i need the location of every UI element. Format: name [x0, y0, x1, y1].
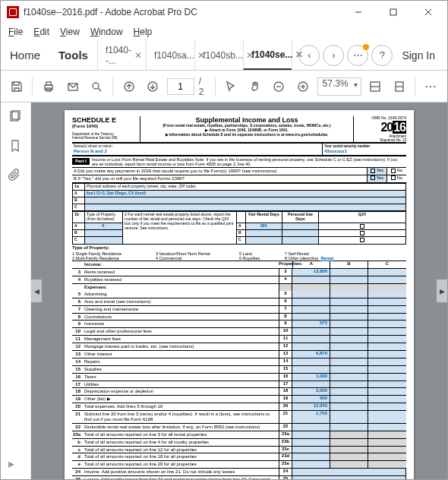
question-a: A Did you make any payments in 2016 that… — [72, 168, 367, 175]
pdf-page: SCHEDULE E (Form 1040) Department of the… — [65, 110, 414, 479]
signin-button[interactable]: Sign In — [396, 49, 441, 62]
zoom-select[interactable]: 57.3% — [317, 77, 361, 96]
doc-tab-0[interactable]: f1040--...✕ — [97, 40, 146, 70]
expand-rail-icon[interactable]: ▸ — [8, 456, 24, 472]
close-icon[interactable]: ✕ — [295, 49, 303, 60]
field-9a[interactable]: 575 — [292, 321, 330, 327]
menu-view[interactable]: View — [55, 25, 84, 39]
save-icon[interactable] — [7, 77, 26, 96]
fit-page-icon[interactable] — [390, 77, 409, 96]
bookmarks-icon[interactable] — [8, 139, 24, 154]
field-proptype-b[interactable] — [85, 230, 123, 237]
menu-help[interactable]: Help — [129, 25, 157, 39]
field-ssn[interactable]: 43xxxxxx1 — [324, 149, 405, 154]
page-up-icon[interactable] — [119, 77, 138, 96]
field-name[interactable]: Person N and J — [74, 149, 320, 154]
field-addr-c[interactable] — [85, 204, 406, 210]
svg-line-9 — [98, 88, 101, 91]
doc-tab-label: f1040--... — [106, 45, 131, 66]
field-proptype-c[interactable] — [85, 237, 123, 244]
doc-tab-label: f1040sb... — [203, 50, 243, 61]
page-down-icon[interactable] — [143, 77, 162, 96]
tabbar: Home Tools f1040--...✕ f1040sa...✕ f1040… — [1, 40, 447, 71]
part1-text: Income or Loss From Rental Real Estate a… — [90, 156, 406, 168]
qa-no[interactable]: No — [386, 168, 406, 175]
zoom-in-icon[interactable] — [293, 77, 312, 96]
menubar: File Edit View Window Help — [1, 24, 447, 40]
svg-point-8 — [93, 83, 99, 89]
maximize-button[interactable] — [376, 1, 411, 24]
question-b: B If "Yes," did you or will you file req… — [72, 175, 367, 182]
svg-rect-5 — [46, 82, 51, 85]
print-icon[interactable] — [39, 77, 58, 96]
form-irs: Internal Revenue Service (99) — [72, 136, 137, 140]
document-viewer[interactable]: ◂ ▸ SCHEDULE E (Form 1040) Department of… — [31, 103, 447, 479]
titlebar: f1040se--2016.pdf - Adobe Acrobat Pro DC — [1, 1, 447, 24]
qa-yes[interactable]: Yes — [367, 168, 386, 175]
doc-tab-label: f1040se... — [251, 49, 292, 60]
home-tab[interactable]: Home — [1, 40, 49, 70]
svg-rect-1 — [390, 9, 396, 15]
scroll-right-icon[interactable]: ▸ — [437, 279, 447, 302]
hand-tool-icon[interactable] — [245, 77, 264, 96]
doc-tab-label: f1040sa... — [154, 50, 194, 61]
attachments-icon[interactable] — [8, 168, 24, 183]
scroll-left-icon[interactable]: ◂ — [31, 279, 42, 302]
form-info: ▶ Information about Schedule E and its s… — [144, 133, 350, 137]
toolbar: / 2 57.3% ⋯ — [1, 71, 447, 103]
fit-width-icon[interactable] — [366, 77, 385, 96]
menu-edit[interactable]: Edit — [29, 25, 54, 39]
next-doc-button[interactable]: › — [323, 45, 344, 66]
menu-window[interactable]: Window — [86, 25, 128, 39]
tab-nav: ‹ › ⋯ ? Sign In — [292, 40, 447, 70]
menu-file[interactable]: File — [4, 25, 27, 39]
field-other-describe[interactable]: Rental — [320, 256, 333, 261]
part1-label: Part I — [72, 158, 90, 165]
field-18a[interactable]: 3,000 — [292, 388, 330, 395]
search-icon[interactable] — [87, 77, 106, 96]
doc-tab-2[interactable]: f1040sb...✕ — [194, 40, 243, 70]
minimize-button[interactable] — [341, 1, 376, 24]
mail-icon[interactable] — [63, 77, 82, 96]
help-icon[interactable]: ? — [371, 45, 393, 66]
left-rail: ▸ — [1, 103, 31, 479]
page-input[interactable] — [167, 78, 194, 95]
close-button[interactable] — [411, 1, 446, 24]
app-icon — [7, 6, 19, 18]
form-schedule: SCHEDULE E — [72, 116, 137, 124]
field-19a[interactable]: 600 — [292, 396, 330, 403]
more-tools-icon[interactable]: ⋯ — [421, 77, 440, 96]
close-icon[interactable]: ✕ — [134, 50, 142, 61]
field-proptype-a[interactable]: 6 — [85, 223, 123, 229]
zoom-out-icon[interactable] — [270, 77, 289, 96]
field-20a[interactable]: 12,045 — [292, 403, 330, 410]
qb-no[interactable]: No — [386, 175, 406, 182]
doc-tab-3[interactable]: f1040se...✕ — [243, 40, 292, 70]
page-total: / 2 — [199, 76, 209, 97]
thumbnails-icon[interactable] — [8, 110, 24, 125]
qb-yes[interactable]: Yes — [367, 175, 386, 182]
window-title: f1040se--2016.pdf - Adobe Acrobat Pro DC — [24, 7, 341, 17]
field-frd-a[interactable]: 365 — [246, 223, 282, 229]
table-1a: 1aPhysical address of each property (str… — [72, 183, 406, 211]
field-addr-a[interactable]: 6xx1 Ct G, San Diego, CA 9xxx5 — [85, 190, 406, 197]
field-qjv-a[interactable] — [319, 223, 406, 229]
field-21a[interactable]: 1,755 — [292, 411, 330, 423]
form-seq2: Sequence No. 13 — [357, 138, 406, 142]
type-of-property-header: Type of Property: — [72, 245, 406, 251]
notifications-icon[interactable]: ⋯ — [347, 45, 368, 66]
form-number: (Form 1040) — [72, 124, 137, 129]
field-pud-a[interactable] — [282, 223, 319, 229]
field-16a[interactable]: 1,000 — [292, 374, 330, 381]
table-1b: 1b Type of Property(from list below) 2 F… — [72, 211, 406, 245]
form-year: 2016 — [357, 121, 406, 134]
doc-tab-1[interactable]: f1040sa...✕ — [146, 40, 194, 70]
field-addr-b[interactable] — [85, 197, 406, 204]
field-13a[interactable]: 6,870 — [292, 351, 330, 358]
field-3a[interactable]: 13,800 — [292, 269, 330, 276]
tools-tab[interactable]: Tools — [49, 40, 97, 70]
select-tool-icon[interactable] — [222, 77, 241, 96]
